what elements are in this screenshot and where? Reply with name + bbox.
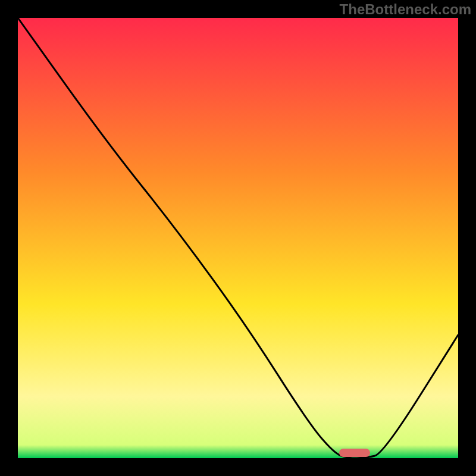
optimal-marker: [339, 449, 370, 457]
chart-svg: [18, 18, 458, 458]
chart-area: [18, 18, 458, 458]
watermark-text: TheBottleneck.com: [340, 1, 471, 18]
gradient-background: [18, 18, 458, 458]
